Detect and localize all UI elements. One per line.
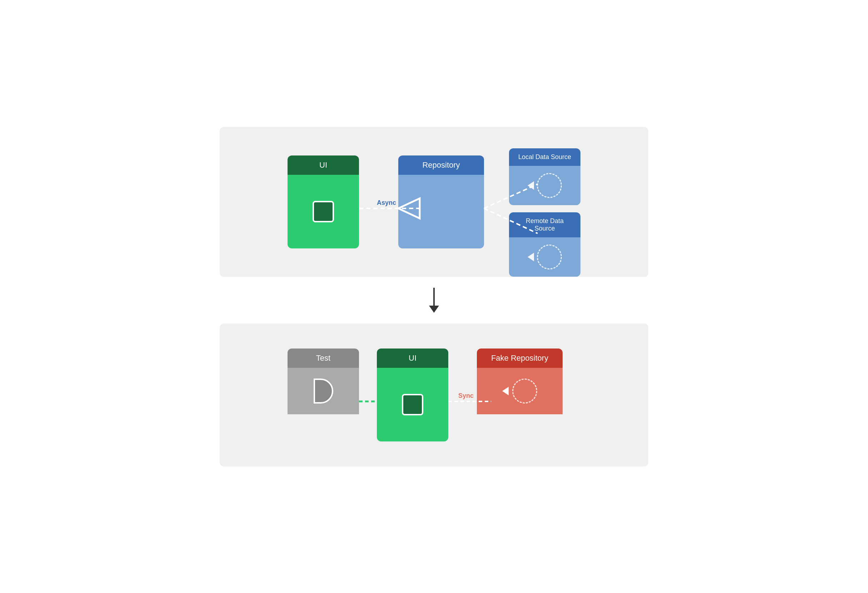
arrow-shaft [433,288,435,306]
top-diagram-inner: UI Repository Local Data Source [288,141,580,263]
svg-text:Sync: Sync [458,392,474,399]
arrow-head [429,306,439,313]
svg-text:Async: Async [377,199,396,206]
top-diagram: UI Repository Local Data Source [220,127,648,277]
bottom-diagram: Test UI Fake Repository [220,324,648,466]
arrow-down-container [429,277,439,324]
bottom-diagram-svg: Sync [288,338,580,452]
top-diagram-svg: Async [288,141,580,263]
svg-line-3 [484,209,537,234]
bottom-diagram-inner: Test UI Fake Repository [288,338,580,452]
svg-line-2 [484,184,537,209]
arrow-down [429,288,439,313]
main-container: UI Repository Local Data Source [220,127,648,466]
